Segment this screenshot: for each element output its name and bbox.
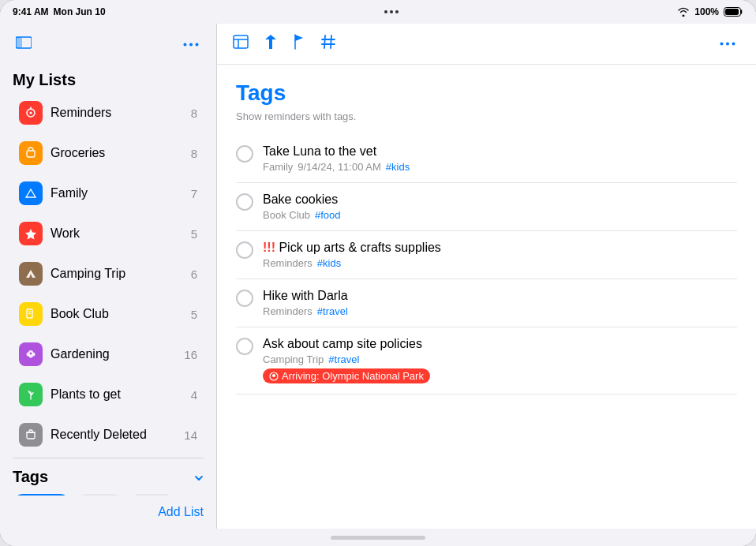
- reminder-body-4: Hike with Darla Reminders #travel: [263, 289, 737, 317]
- sidebar-item-deleted[interactable]: Recently Deleted 14: [6, 415, 210, 454]
- svg-point-33: [732, 43, 735, 46]
- gardening-label: Gardening: [51, 347, 184, 361]
- groceries-icon: [19, 141, 43, 165]
- dots-indicator: [384, 10, 399, 13]
- reminder-body-1: Take Luna to the vet Family 9/14/24, 11:…: [263, 144, 737, 173]
- tags-chevron-icon[interactable]: [194, 471, 204, 484]
- sidebar-item-camping[interactable]: Camping Trip 6: [6, 254, 210, 294]
- status-bar-center: [384, 10, 399, 13]
- svg-line-28: [331, 36, 331, 48]
- plants-icon: [19, 383, 43, 406]
- svg-point-4: [184, 43, 187, 46]
- wifi-icon: [677, 7, 690, 17]
- reminder-title-5: Ask about camp site policies: [263, 337, 737, 351]
- reminder-meta-3: Reminders #kids: [263, 257, 737, 269]
- svg-point-8: [30, 112, 32, 114]
- reminder-list-2: Book Club: [263, 209, 310, 221]
- reminder-tag-5[interactable]: #travel: [328, 353, 359, 365]
- reminders-icon: [19, 101, 43, 125]
- sidebar-item-bookclub[interactable]: Book Club 5: [6, 294, 210, 334]
- detail-more-button[interactable]: [715, 32, 740, 57]
- sidebar-item-work[interactable]: Work 5: [6, 214, 210, 253]
- detail-subtitle: Show reminders with tags.: [236, 110, 737, 122]
- battery-percent: 100%: [694, 6, 719, 17]
- reminder-tag-4[interactable]: #travel: [317, 305, 348, 317]
- location-icon[interactable]: [264, 34, 277, 54]
- camping-icon: [19, 262, 43, 286]
- svg-point-5: [189, 43, 193, 46]
- deleted-count: 14: [184, 428, 197, 442]
- plants-count: 4: [191, 388, 197, 402]
- sidebar-item-family[interactable]: Family 7: [6, 174, 210, 213]
- reminder-meta-4: Reminders #travel: [263, 305, 737, 317]
- svg-point-31: [720, 43, 724, 46]
- dot: [390, 10, 393, 13]
- bookclub-count: 5: [191, 308, 197, 321]
- sidebar-toggle-button[interactable]: [13, 33, 35, 56]
- reminder-meta-2: Book Club #food: [263, 209, 737, 221]
- reminder-item-4: Hike with Darla Reminders #travel: [236, 279, 737, 327]
- sidebar-item-gardening[interactable]: Gardening 16: [6, 335, 210, 374]
- groceries-label: Groceries: [51, 146, 191, 160]
- hash-icon[interactable]: [321, 35, 335, 53]
- reminder-date-1: 9/14/24, 11:00 AM: [298, 161, 381, 173]
- my-lists-title: My Lists: [0, 65, 216, 92]
- reminders-label: Reminders: [51, 106, 191, 120]
- reminders-count: 8: [191, 107, 197, 120]
- svg-rect-20: [27, 432, 35, 439]
- reminder-title-3: !!! Pick up arts & crafts supplies: [263, 241, 737, 255]
- svg-point-34: [272, 374, 275, 377]
- reminder-circle-2[interactable]: [236, 193, 253, 211]
- reminder-tag-1[interactable]: #kids: [386, 161, 410, 173]
- reminder-tag-3[interactable]: #kids: [317, 257, 341, 269]
- camping-label: Camping Trip: [51, 267, 191, 281]
- work-label: Work: [51, 226, 191, 241]
- svg-rect-23: [234, 36, 248, 48]
- reminder-circle-3[interactable]: [236, 241, 253, 259]
- tags-header: Tags: [13, 468, 204, 486]
- work-icon: [19, 222, 43, 245]
- reminder-item-3: !!! Pick up arts & crafts supplies Remin…: [236, 231, 737, 279]
- svg-marker-11: [25, 229, 36, 240]
- svg-rect-10: [27, 151, 35, 157]
- svg-rect-22: [29, 430, 32, 432]
- reminder-item-1: Take Luna to the vet Family 9/14/24, 11:…: [236, 135, 737, 183]
- table-icon[interactable]: [233, 35, 249, 53]
- family-label: Family: [51, 186, 191, 200]
- toolbar-icons-left: [233, 34, 335, 54]
- home-bar: [331, 536, 425, 540]
- location-badge-5: Arriving: Olympic National Park: [263, 368, 430, 383]
- reminder-list-5: Camping Trip: [263, 353, 324, 365]
- reminder-title-4: Hike with Darla: [263, 289, 737, 303]
- reminder-circle-5[interactable]: [236, 338, 253, 355]
- tags-section: Tags All Tags #food #kids #travel: [0, 462, 216, 496]
- dot: [395, 10, 399, 13]
- bookclub-label: Book Club: [51, 307, 191, 321]
- reminder-circle-1[interactable]: [236, 145, 253, 163]
- reminder-circle-4[interactable]: [236, 290, 253, 307]
- svg-point-19: [30, 353, 32, 355]
- sidebar-toolbar: [0, 24, 216, 65]
- detail-panel: Tags Show reminders with tags. Take Luna…: [217, 24, 756, 529]
- add-list-button[interactable]: Add List: [0, 496, 216, 529]
- reminder-title-2: Bake cookies: [263, 193, 737, 207]
- detail-title: Tags: [236, 80, 737, 106]
- sidebar-item-reminders[interactable]: Reminders 8: [6, 93, 210, 133]
- sidebar-item-plants[interactable]: Plants to get 4: [6, 375, 210, 414]
- detail-toolbar: [217, 24, 756, 65]
- battery-icon: [724, 7, 743, 17]
- sidebar: My Lists Reminders 8: [0, 24, 217, 529]
- groceries-count: 8: [191, 147, 197, 160]
- dot: [384, 10, 387, 13]
- main-content: My Lists Reminders 8: [0, 24, 756, 529]
- sidebar-more-button[interactable]: [178, 32, 204, 57]
- reminder-item-5: Ask about camp site policies Camping Tri…: [236, 327, 737, 395]
- gardening-icon: [19, 342, 43, 366]
- priority-icon-3: !!!: [263, 241, 275, 254]
- flag-icon[interactable]: [293, 34, 305, 54]
- sidebar-item-groceries[interactable]: Groceries 8: [6, 133, 210, 173]
- deleted-label: Recently Deleted: [51, 428, 184, 442]
- date: Mon Jun 10: [54, 6, 106, 17]
- ipad-frame: 9:41 AM Mon Jun 10 100%: [0, 0, 756, 546]
- reminder-tag-2[interactable]: #food: [315, 209, 341, 221]
